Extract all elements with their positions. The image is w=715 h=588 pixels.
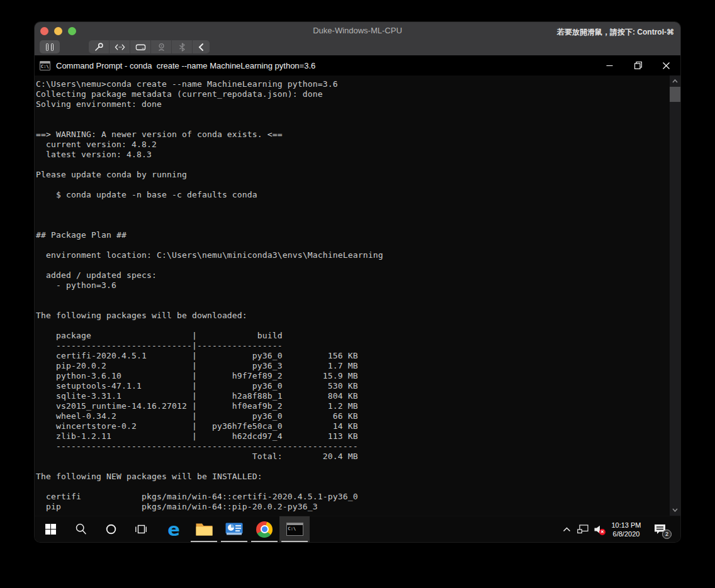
windows-taskbar: e [35,516,680,542]
volume-tray-button[interactable]: ✕ [590,516,606,543]
stats-app-icon [225,523,243,536]
code-icon [115,43,125,52]
wrench-icon [94,42,104,52]
cmd-window-title: Command Prompt - conda create --name Mac… [56,61,315,70]
vm-toolbar [35,40,680,55]
virtual-drive-button[interactable] [130,40,151,53]
network-icon [577,524,588,534]
cmd-close-button[interactable] [652,55,680,75]
vm-screen: C:\ Command Prompt - conda create --name… [35,55,680,542]
system-tray: ✕ 10:13 PM 6/8/2020 2 [559,516,680,542]
minimize-icon [606,62,613,69]
network-tray-button[interactable] [575,516,590,543]
file-explorer-button[interactable] [189,516,219,542]
bluetooth-icon [178,43,186,52]
camera-button[interactable] [151,40,172,53]
vm-window: Duke-Windows-ML-CPU 若要放開滑鼠，請按下: Control-… [35,22,680,542]
edge-button[interactable]: e [159,516,189,542]
task-view-button[interactable] [126,516,156,542]
bluetooth-button[interactable] [172,40,193,53]
command-prompt-icon: C:\ [40,61,50,70]
cmd-minimize-button[interactable] [595,55,624,75]
collapse-toolbar-icon [198,43,205,52]
collapse-toolbar-button[interactable] [193,40,209,53]
terminal-scrollbar[interactable] [670,75,680,516]
terminal-output[interactable]: C:\Users\nemu>conda create --name Machin… [35,75,680,516]
cortana-icon [106,524,116,535]
running-indicator [191,541,217,542]
show-hidden-icons-button[interactable] [559,516,575,543]
mac-titlebar[interactable]: Duke-Windows-ML-CPU 若要放開滑鼠，請按下: Control-… [35,22,680,40]
cortana-button[interactable] [96,516,126,542]
cmd-window-controls [595,55,680,75]
chevron-up-icon [563,527,571,532]
command-prompt-icon: C:\ [286,523,303,536]
tray-date: 6/8/2020 [606,530,646,538]
edge-icon: e [167,521,180,538]
terminal-text: C:\Users\nemu>conda create --name Machin… [36,79,383,512]
drive-icon [135,43,146,52]
cmd-restore-button[interactable] [624,55,652,75]
vm-toolbar-group [89,40,210,53]
command-prompt-taskbar-button[interactable]: C:\ [279,516,310,542]
suspend-vm-button[interactable] [40,40,60,53]
search-icon [75,523,87,535]
search-button[interactable] [65,516,96,542]
tray-time: 10:13 PM [606,521,646,530]
taskbar-empty-area [310,516,559,542]
running-indicator [221,541,247,542]
chrome-icon [256,521,273,538]
notification-count-badge: 2 [662,530,672,539]
running-indicator [251,541,278,542]
scroll-up-icon[interactable] [670,76,680,86]
task-view-icon [135,524,147,535]
scroll-down-icon[interactable] [670,505,680,515]
camera-icon [157,43,166,52]
snapshots-button[interactable] [110,40,130,53]
taskbar-clock[interactable]: 10:13 PM 6/8/2020 [606,521,646,538]
pause-icon [46,43,48,51]
pause-icon [51,43,53,51]
start-button[interactable] [35,516,65,542]
running-indicator [281,541,308,542]
mouse-release-hint: 若要放開滑鼠，請按下: Control-⌘ [557,27,674,38]
action-center-button[interactable]: 2 [646,516,673,543]
start-icon [45,524,56,535]
mute-badge-icon: ✕ [599,529,605,535]
stats-app-button[interactable] [219,516,249,542]
cmd-titlebar[interactable]: C:\ Command Prompt - conda create --name… [35,55,680,75]
scrollbar-thumb[interactable] [670,87,680,102]
close-icon [663,62,670,69]
chrome-button[interactable] [249,516,279,542]
restore-icon [634,62,642,69]
settings-button[interactable] [89,40,110,53]
file-explorer-icon [196,523,213,536]
